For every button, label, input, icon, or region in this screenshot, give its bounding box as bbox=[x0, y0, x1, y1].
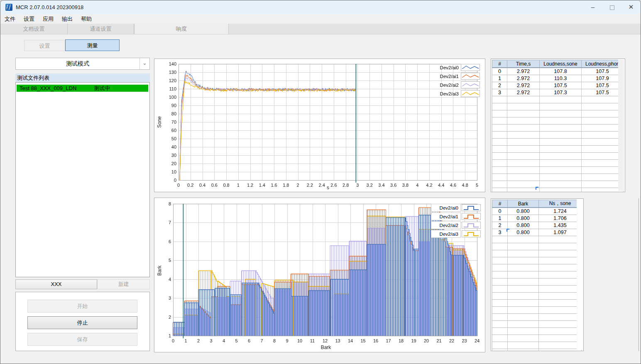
start-button[interactable]: 开始 bbox=[27, 300, 137, 313]
table-row bbox=[492, 117, 624, 125]
table-cell: 0.800 bbox=[508, 215, 539, 222]
table-cell: 2.972 bbox=[507, 89, 540, 96]
legend-label: Dev2/ai1 bbox=[431, 74, 461, 79]
bark-spectrum-chart-panel: Bark Bark Dev2/ai0 Dev2/ai1 Dev2/ai2 Dev… bbox=[154, 198, 485, 352]
table-row bbox=[492, 139, 624, 146]
table-cell bbox=[540, 160, 582, 167]
table-cell bbox=[507, 181, 540, 188]
table-cell bbox=[540, 153, 582, 160]
table-cell: 1 bbox=[492, 75, 507, 82]
legend-row: Dev2/ai3 bbox=[431, 230, 481, 238]
table-cell bbox=[507, 146, 540, 153]
window-title: MCR 2.07.0.014 202300918 bbox=[16, 4, 83, 10]
menu-help[interactable]: 帮助 bbox=[77, 15, 96, 23]
table-cell bbox=[508, 307, 539, 314]
table-cell bbox=[508, 286, 539, 293]
menu-file[interactable]: 文件 bbox=[0, 15, 20, 23]
table-cell bbox=[582, 167, 624, 174]
legend-label: Dev2/ai1 bbox=[431, 213, 461, 220]
table-scroll-area bbox=[577, 200, 582, 350]
table-cell bbox=[582, 103, 624, 110]
subtab-measure[interactable]: 测量 bbox=[65, 39, 120, 51]
table-cell bbox=[507, 103, 540, 110]
table-row bbox=[492, 188, 624, 193]
tab-document-settings[interactable]: 文档设置 bbox=[0, 24, 68, 34]
series-line-icon bbox=[461, 73, 480, 80]
table-cell bbox=[508, 278, 539, 286]
table-cell bbox=[540, 103, 582, 110]
table-cell: 110.3 bbox=[540, 75, 582, 82]
table-cell bbox=[539, 307, 582, 314]
table-cell bbox=[492, 293, 508, 300]
legend-label: Dev2/ai0 bbox=[431, 65, 461, 70]
table-cell: 107.9 bbox=[582, 75, 624, 82]
menu-apply[interactable]: 应用 bbox=[39, 15, 58, 23]
cell-marker bbox=[506, 229, 509, 232]
table-row bbox=[492, 174, 624, 181]
panel-splitter[interactable] bbox=[639, 198, 639, 351]
table-row bbox=[492, 250, 582, 257]
save-button[interactable]: 保存 bbox=[27, 333, 137, 346]
tab-channel-settings[interactable]: 通道设置 bbox=[68, 24, 134, 34]
test-mode-dropdown[interactable]: 测试模式 ⌄ bbox=[15, 58, 150, 70]
legend-label: Dev2/ai2 bbox=[431, 221, 461, 229]
table-cell bbox=[507, 160, 540, 167]
table-cell bbox=[492, 132, 507, 139]
table-row: 32.972107.3107.5 bbox=[492, 89, 624, 96]
table-cell bbox=[539, 278, 582, 286]
table-cell bbox=[539, 321, 582, 328]
table-cell bbox=[507, 188, 540, 193]
test-status-badge: 测试中 bbox=[94, 85, 110, 91]
tab-loudness[interactable]: 响度 bbox=[134, 24, 229, 34]
menu-output[interactable]: 输出 bbox=[58, 15, 77, 23]
maximize-button[interactable] bbox=[602, 0, 621, 14]
app-icon bbox=[5, 4, 12, 11]
legend-label: Dev2/ai0 bbox=[431, 204, 461, 212]
list-item-active-test[interactable]: Test 88_XXX_009_LDN 测试中 bbox=[17, 85, 148, 92]
table-row bbox=[492, 342, 582, 349]
table-cell bbox=[582, 160, 624, 167]
table-cell bbox=[507, 96, 540, 103]
chevron-down-icon[interactable]: ⌄ bbox=[139, 58, 149, 69]
table-cell bbox=[492, 278, 508, 286]
table-cell bbox=[492, 188, 507, 193]
table-cell bbox=[507, 139, 540, 146]
table-cell bbox=[508, 321, 539, 328]
table-cell: 107.8 bbox=[540, 68, 582, 75]
series-bar-icon bbox=[462, 204, 481, 211]
close-button[interactable]: ✕ bbox=[621, 0, 641, 14]
table-cell bbox=[492, 286, 508, 293]
table-cell bbox=[492, 271, 508, 278]
table-cell bbox=[540, 188, 582, 193]
minimize-button[interactable]: – bbox=[583, 0, 602, 14]
table-cell bbox=[492, 236, 508, 243]
table-cell bbox=[507, 110, 540, 117]
table-row: 22.972107.5107.5 bbox=[492, 82, 624, 89]
table-cell bbox=[582, 132, 624, 139]
table-cell bbox=[508, 236, 539, 243]
app-window: MCR 2.07.0.014 202300918 – ✕ 文件 设置 应用 输出… bbox=[0, 0, 641, 364]
table-cell bbox=[492, 167, 507, 174]
table-header-row: # Time,s Loudness,sone Loudness,phon bbox=[492, 60, 624, 68]
table-cell bbox=[582, 125, 624, 132]
table-row bbox=[492, 307, 582, 314]
test-file-list[interactable]: Test 88_XXX_009_LDN 测试中 bbox=[15, 82, 150, 277]
subtab-settings[interactable]: 设置 bbox=[24, 40, 65, 51]
table-cell bbox=[539, 271, 582, 278]
new-button[interactable]: 新建 bbox=[97, 279, 150, 289]
table-cell bbox=[508, 335, 539, 342]
table-row bbox=[492, 300, 582, 307]
legend-label: Dev2/ai3 bbox=[431, 230, 461, 238]
xxx-button[interactable]: XXX bbox=[15, 279, 97, 289]
table-cell: 0 bbox=[492, 68, 507, 75]
table-cell bbox=[539, 250, 582, 257]
stop-button[interactable]: 停止 bbox=[27, 316, 137, 329]
table-cell bbox=[508, 300, 539, 307]
col-header-index: # bbox=[492, 60, 507, 68]
top-chart-x-axis-label: s bbox=[316, 185, 340, 191]
table-cell bbox=[540, 146, 582, 153]
maximize-icon bbox=[610, 5, 614, 10]
menu-settings[interactable]: 设置 bbox=[20, 15, 39, 23]
table-cell bbox=[508, 328, 539, 335]
table-cell bbox=[540, 132, 582, 139]
